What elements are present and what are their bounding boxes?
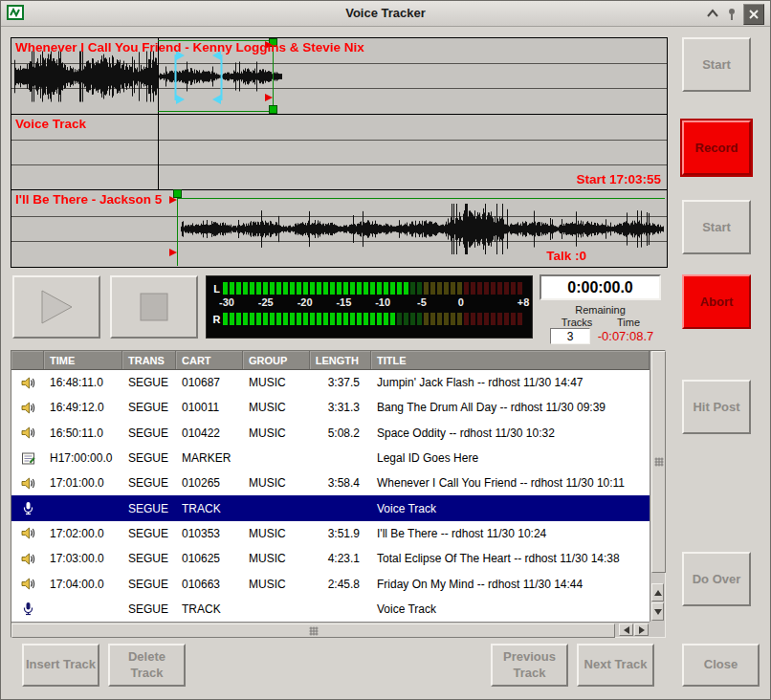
table-row[interactable]: 17:01:00.0 SEGUE 010265 MUSIC 3:58.4 Whe…	[11, 470, 650, 495]
arrow-left-icon	[624, 626, 629, 634]
log-table: TIME TRANS CART GROUP LENGTH TITLE 16:48…	[11, 350, 666, 638]
vertical-scrollbar-thumb[interactable]	[651, 351, 666, 573]
table-row[interactable]: 17:03:00.0 SEGUE 010625 MUSIC 4:23.1 Tot…	[11, 546, 650, 571]
scroll-left-button[interactable]	[619, 623, 633, 636]
meter-left-segments	[223, 282, 528, 295]
close-window-button[interactable]	[743, 4, 764, 25]
stop-icon	[140, 293, 168, 321]
row-time: 16:49:12.0	[44, 401, 122, 414]
log-col-icon	[11, 351, 44, 369]
row-group: MUSIC	[243, 427, 310, 440]
log-col-group: GROUP	[243, 351, 310, 369]
track-start-marker[interactable]	[169, 190, 665, 267]
start-button-1[interactable]: Start	[682, 37, 751, 92]
audio-meter: L -30-25-20-15-10-50+8 R	[206, 275, 533, 339]
log-col-trans: TRANS	[122, 351, 176, 369]
row-type-icon-cell	[11, 552, 44, 566]
row-trans: SEGUE	[122, 552, 176, 565]
shade-button[interactable]	[703, 4, 722, 23]
scroll-up-button[interactable]	[651, 583, 664, 602]
table-row[interactable]: 17:02:00.0 SEGUE 010353 MUSIC 3:51.9 I'l…	[11, 521, 650, 546]
track-title-3: I'll Be There - Jackson 5	[15, 192, 162, 207]
previous-track-button[interactable]: Previous Track	[491, 644, 568, 687]
remaining-label: Remaining	[540, 304, 661, 316]
arrow-up-icon	[654, 590, 662, 596]
row-time: 17:01:00.0	[44, 476, 122, 490]
scroll-down-button[interactable]	[651, 602, 664, 621]
row-type-icon-cell	[11, 376, 44, 390]
track-title-1: Whenever I Call You Friend - Kenny Loggi…	[15, 40, 364, 55]
scroll-right-button[interactable]	[634, 623, 649, 636]
track-talk-note: Talk :0	[546, 249, 586, 263]
pin-button[interactable]	[722, 4, 741, 23]
row-type-icon-cell	[11, 526, 44, 540]
meter-right-segments	[223, 313, 528, 325]
next-track-button[interactable]: Next Track	[577, 644, 654, 687]
fade-marker-handles[interactable]	[176, 51, 222, 104]
abort-button[interactable]: Abort	[682, 274, 751, 329]
log-col-time: TIME	[44, 351, 122, 369]
table-row[interactable]: 17:04:00.0 SEGUE 010663 MUSIC 2:45.8 Fri…	[11, 571, 650, 596]
hit-post-button[interactable]: Hit Post	[682, 380, 751, 434]
log-table-body: 16:48:11.0 SEGUE 010687 MUSIC 3:37.5 Jum…	[11, 370, 650, 622]
vertical-scrollbar[interactable]	[650, 351, 665, 622]
row-group: MUSIC	[243, 578, 310, 591]
chevron-up-icon	[705, 7, 720, 20]
row-type-icon-cell	[11, 501, 44, 515]
track-editor[interactable]: Whenever I Call You Friend - Kenny Loggi…	[11, 37, 668, 268]
log-col-title: TITLE	[371, 351, 650, 369]
row-time: 16:50:11.0	[44, 427, 122, 440]
record-button[interactable]: Record	[682, 120, 751, 175]
row-cart: 010265	[176, 476, 243, 490]
row-trans: SEGUE	[122, 602, 176, 616]
row-trans: SEGUE	[122, 376, 176, 389]
row-group: MUSIC	[243, 401, 310, 414]
row-cart: MARKER	[176, 451, 243, 465]
row-trans: SEGUE	[122, 578, 176, 591]
start-button-2[interactable]: Start	[682, 200, 751, 254]
row-type-icon-cell	[11, 602, 44, 616]
meter-left-row: L	[210, 280, 528, 296]
titlebar[interactable]: Voice Tracker	[1, 1, 770, 27]
row-title: Bang The Drum All Day -- rdhost 11/30 09…	[371, 401, 650, 414]
marker-overlay[interactable]	[11, 38, 667, 267]
row-group: MUSIC	[243, 376, 310, 389]
row-cart: 010422	[176, 427, 243, 440]
row-time: 16:48:11.0	[44, 376, 122, 389]
row-title: Total Eclipse Of The Heart -- rdhost 11/…	[371, 552, 650, 565]
table-row[interactable]: SEGUE TRACK Voice Track	[11, 495, 650, 520]
row-length: 2:45.8	[310, 578, 371, 591]
remaining-tracks-value: 3	[550, 328, 590, 344]
row-cart: 010011	[176, 401, 243, 414]
play-icon	[37, 286, 76, 328]
table-row[interactable]: SEGUE TRACK Voice Track	[11, 597, 650, 622]
row-title: Friday On My Mind -- rdhost 11/30 14:44	[371, 578, 650, 591]
table-row[interactable]: 16:50:11.0 SEGUE 010422 MUSIC 5:08.2 Spa…	[11, 421, 650, 446]
horizontal-scrollbar-thumb[interactable]	[11, 623, 615, 638]
do-over-button[interactable]: Do Over	[682, 552, 751, 606]
app-icon	[7, 5, 24, 20]
speaker-icon	[21, 526, 35, 540]
horizontal-scrollbar[interactable]	[11, 622, 650, 637]
row-trans: SEGUE	[122, 476, 176, 490]
scrollbar-grip	[309, 626, 318, 635]
insert-track-button[interactable]: Insert Track	[22, 644, 99, 687]
row-type-icon-cell	[11, 426, 44, 440]
meter-left-label: L	[210, 283, 223, 295]
row-title: Jumpin' Jack Flash -- rdhost 11/30 14:47	[371, 376, 650, 389]
log-col-length: LENGTH	[310, 351, 371, 369]
close-button[interactable]: Close	[682, 644, 760, 687]
row-trans: SEGUE	[122, 401, 176, 414]
row-time: H17:00:00.0	[44, 451, 122, 465]
stop-button[interactable]	[110, 275, 198, 339]
scrollbar-grip	[654, 458, 663, 467]
table-row[interactable]: 16:49:12.0 SEGUE 010011 MUSIC 3:31.3 Ban…	[11, 395, 650, 420]
row-type-icon-cell	[11, 451, 44, 466]
window-title: Voice Tracker	[1, 6, 770, 20]
table-row[interactable]: 16:48:11.0 SEGUE 010687 MUSIC 3:37.5 Jum…	[11, 370, 650, 395]
row-length: 5:08.2	[310, 427, 371, 440]
table-row[interactable]: H17:00:00.0 SEGUE MARKER Legal ID Goes H…	[11, 446, 650, 470]
row-group: MUSIC	[243, 527, 310, 540]
delete-track-button[interactable]: Delete Track	[108, 644, 186, 687]
play-button[interactable]	[12, 275, 100, 339]
